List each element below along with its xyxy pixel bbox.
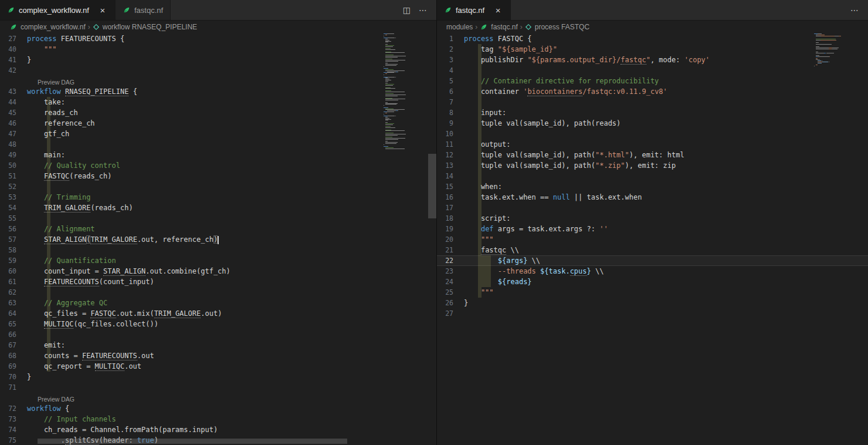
code-line[interactable]: 69 qc_report = MULTIQC.out <box>0 361 436 372</box>
tab-fastqc.nf[interactable]: fastqc.nf× <box>437 0 511 20</box>
code-line[interactable]: 62 <box>0 287 436 298</box>
code-line[interactable]: 61 FEATURECOUNTS(count_input) <box>0 277 436 287</box>
code-line[interactable]: 8 input: <box>437 107 868 118</box>
line-number: 71 <box>0 382 27 393</box>
breadcrumb-item[interactable]: process FASTQC <box>525 23 589 31</box>
horizontal-scrollbar[interactable] <box>38 439 347 444</box>
line-number: 26 <box>437 298 464 308</box>
code-line[interactable]: 71 <box>0 382 436 393</box>
code-line[interactable]: 68 counts = FEATURECOUNTS.out <box>0 350 436 361</box>
breadcrumb-item[interactable]: fastqc.nf <box>480 23 517 31</box>
codelens-row: Preview DAG <box>0 393 436 403</box>
code-line[interactable]: 63 // Aggregate QC <box>0 298 436 308</box>
nextflow-icon <box>480 23 488 31</box>
code-line[interactable]: 27 <box>437 308 868 319</box>
line-number: 17 <box>437 203 464 213</box>
line-number: 22 <box>437 255 464 266</box>
code-line[interactable]: 5 // Container directive for reproducibi… <box>437 76 868 86</box>
right-code: 1process FASTQC {2 tag "${sample_id}"3 p… <box>437 33 868 319</box>
code-line[interactable]: 64 qc_files = FASTQC.out.mix(TRIM_GALORE… <box>0 308 436 319</box>
line-number: 64 <box>0 308 27 319</box>
code-line[interactable]: 57 STAR_ALIGN(TRIM_GALORE.out, reference… <box>0 234 436 245</box>
code-line[interactable]: 1process FASTQC { <box>437 33 868 44</box>
code-line[interactable]: 12 tuple val(sample_id), path("*.html"),… <box>437 150 868 160</box>
code-line[interactable]: 22 ${args} \\ <box>437 255 868 266</box>
code-line[interactable]: 65 MULTIQC(qc_files.collect()) <box>0 319 436 329</box>
more-actions-icon[interactable]: ⋯ <box>850 6 859 14</box>
tab-fastqc.nf[interactable]: fastqc.nf <box>116 0 171 20</box>
code-line[interactable]: 24 ${reads} <box>437 277 868 287</box>
code-line[interactable]: 55 <box>0 213 436 224</box>
code-line[interactable]: 19 def args = task.ext.args ?: '' <box>437 224 868 234</box>
code-line[interactable]: 60 count_input = STAR_ALIGN.out.combine(… <box>0 266 436 277</box>
code-line[interactable]: 16 task.ext.when == null || task.ext.whe… <box>437 192 868 203</box>
code-line[interactable]: 74 ch_reads = Channel.fromPath(params.in… <box>0 424 436 435</box>
code-line[interactable]: 3 publishDir "${params.output_dir}/fastq… <box>437 55 868 65</box>
code-line[interactable]: 70} <box>0 372 436 382</box>
code-line[interactable]: 41} <box>0 55 436 65</box>
code-line[interactable]: 6 container 'biocontainers/fastqc:v0.11.… <box>437 86 868 97</box>
code-line[interactable]: 44 take: <box>0 97 436 107</box>
code-line[interactable]: 40 """ <box>0 44 436 55</box>
left-minimap[interactable] <box>384 33 428 445</box>
breadcrumb-item[interactable]: modules <box>446 23 473 31</box>
code-line[interactable]: 17 <box>437 203 868 213</box>
line-number: 54 <box>0 203 27 213</box>
code-line[interactable]: 11 output: <box>437 139 868 150</box>
code-line[interactable]: 66 <box>0 329 436 340</box>
line-number: 41 <box>0 55 27 65</box>
code-line[interactable]: 49 main: <box>0 150 436 160</box>
tab-complex_workflow.nf[interactable]: complex_workflow.nf× <box>0 0 116 20</box>
code-line[interactable]: 2 tag "${sample_id}" <box>437 44 868 55</box>
code-line[interactable]: 43workflow RNASEQ_PIPELINE { <box>0 86 436 97</box>
code-line[interactable]: 42 <box>0 65 436 76</box>
code-line[interactable]: 73 // Input channels <box>0 414 436 424</box>
code-line[interactable]: 58 <box>0 245 436 255</box>
code-line[interactable]: 23 --threads ${task.cpus} \\ <box>437 266 868 277</box>
code-line[interactable]: 27process FEATURECOUNTS { <box>0 33 436 44</box>
code-line[interactable]: 51 FASTQC(reads_ch) <box>0 171 436 181</box>
left-editor[interactable]: 27process FEATURECOUNTS {40 """41}42Prev… <box>0 33 436 445</box>
tab-label: fastqc.nf <box>456 6 484 15</box>
split-editor-icon[interactable]: ◫ <box>403 6 411 14</box>
code-line[interactable]: 7 <box>437 97 868 107</box>
code-line[interactable]: 53 // Trimming <box>0 192 436 203</box>
code-line[interactable]: 52 <box>0 181 436 192</box>
code-line[interactable]: 46 reference_ch <box>0 118 436 129</box>
breadcrumb-item[interactable]: complex_workflow.nf <box>9 23 86 31</box>
code-line[interactable]: 54 TRIM_GALORE(reads_ch) <box>0 203 436 213</box>
close-icon[interactable]: × <box>493 5 503 15</box>
code-line[interactable]: 21 fastqc \\ <box>437 245 868 255</box>
code-line[interactable]: 26} <box>437 298 868 308</box>
codelens-preview-dag[interactable]: Preview DAG <box>38 78 74 86</box>
code-line[interactable]: 48 <box>0 139 436 150</box>
line-number: 58 <box>0 245 27 255</box>
line-number: 9 <box>437 118 464 129</box>
code-line[interactable]: 14 <box>437 171 868 181</box>
code-line[interactable]: 18 script: <box>437 213 868 224</box>
right-minimap[interactable] <box>814 33 848 445</box>
line-number: 66 <box>0 329 27 340</box>
close-icon[interactable]: × <box>97 5 108 15</box>
line-number: 7 <box>437 97 464 107</box>
code-line[interactable]: 47 gtf_ch <box>0 129 436 139</box>
code-line[interactable]: 45 reads_ch <box>0 107 436 118</box>
more-actions-icon[interactable]: ⋯ <box>419 6 427 14</box>
code-line[interactable]: 15 when: <box>437 181 868 192</box>
code-line[interactable]: 25 """ <box>437 287 868 298</box>
line-number: 12 <box>437 150 464 160</box>
code-line[interactable]: 10 <box>437 129 868 139</box>
code-line[interactable]: 67 emit: <box>0 340 436 350</box>
code-line[interactable]: 20 """ <box>437 234 868 245</box>
code-line[interactable]: 9 tuple val(sample_id), path(reads) <box>437 118 868 129</box>
vertical-scrollbar[interactable] <box>428 154 436 218</box>
code-line[interactable]: 50 // Quality control <box>0 160 436 171</box>
code-line[interactable]: 72workflow { <box>0 403 436 414</box>
code-line[interactable]: 59 // Quantification <box>0 255 436 266</box>
right-editor[interactable]: 1process FASTQC {2 tag "${sample_id}"3 p… <box>437 33 868 445</box>
code-line[interactable]: 56 // Alignment <box>0 224 436 234</box>
codelens-preview-dag[interactable]: Preview DAG <box>38 395 74 403</box>
breadcrumb-item[interactable]: workflow RNASEQ_PIPELINE <box>93 23 197 31</box>
code-line[interactable]: 4 <box>437 65 868 76</box>
code-line[interactable]: 13 tuple val(sample_id), path("*.zip"), … <box>437 160 868 171</box>
